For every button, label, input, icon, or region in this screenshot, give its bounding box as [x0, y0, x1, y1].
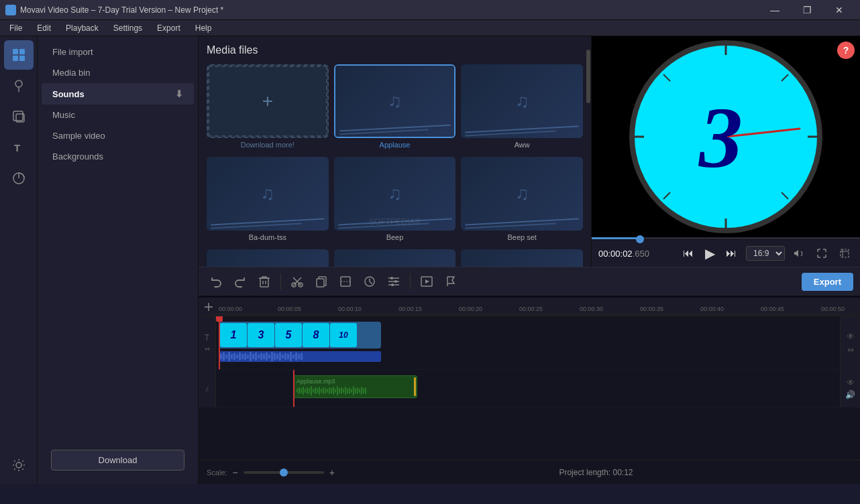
- play-button[interactable]: ▶: [700, 244, 719, 263]
- music-note-icon: ♫: [260, 183, 274, 204]
- video-thumb-1: 1: [220, 323, 247, 347]
- preview-progress-bar[interactable]: [592, 237, 860, 239]
- beep-set-label: Beep set: [461, 233, 583, 244]
- audio-eye-icon[interactable]: 👁: [847, 378, 855, 387]
- toolbar: Export: [199, 267, 860, 296]
- skip-forward-button[interactable]: ⏭: [722, 244, 741, 263]
- audio-clip-end-marker: [414, 377, 416, 396]
- download-more-label: Download more!: [207, 141, 329, 151]
- video-thumb-4: 8: [303, 323, 329, 347]
- cut-button[interactable]: [286, 271, 308, 292]
- undo-button[interactable]: [205, 271, 227, 292]
- menu-file[interactable]: File: [3, 22, 29, 34]
- audio-track-area[interactable]: Applause.mp3: [216, 370, 840, 407]
- fullscreen-button[interactable]: [813, 245, 830, 262]
- maximize-button[interactable]: ❐: [792, 0, 822, 20]
- video-track-playhead: [219, 316, 220, 369]
- svg-point-4: [15, 80, 22, 87]
- copy-paste-button[interactable]: [311, 271, 332, 292]
- video-eye-icon[interactable]: 👁: [847, 332, 855, 341]
- sound6-card[interactable]: ⬇: [207, 249, 329, 267]
- volume-button[interactable]: [790, 245, 808, 262]
- tool-media-import[interactable]: [4, 40, 34, 70]
- audio-clip[interactable]: Applause.mp3: [293, 375, 417, 398]
- export-button[interactable]: Export: [802, 273, 853, 291]
- tool-pin[interactable]: [4, 71, 34, 101]
- menu-playback[interactable]: Playback: [59, 22, 105, 34]
- preview-progress-thumb[interactable]: [636, 235, 644, 243]
- tool-text[interactable]: T: [4, 133, 34, 162]
- beep-set-card[interactable]: ⬇ ♫: [461, 157, 583, 231]
- help-button[interactable]: ?: [837, 42, 855, 59]
- skip-back-button[interactable]: ⏮: [679, 244, 698, 263]
- titlebar-controls: — ❐ ✕: [759, 0, 855, 20]
- sidebar-item-sample-video[interactable]: Sample video: [42, 125, 194, 146]
- svg-rect-1: [19, 49, 25, 54]
- sidebar-item-file-import[interactable]: File import: [42, 42, 194, 62]
- ba-dum-tss-card[interactable]: ⬇ ♫: [207, 157, 329, 231]
- sound7-card[interactable]: ⬇: [334, 249, 456, 267]
- video-thumb-5: 10: [330, 323, 357, 347]
- close-button[interactable]: ✕: [824, 0, 855, 20]
- scrollbar-thumb[interactable]: [586, 50, 590, 103]
- sounds-download-icon: ⬇: [175, 88, 183, 99]
- flag-button[interactable]: [440, 271, 462, 292]
- scale-minus-button[interactable]: −: [233, 467, 238, 478]
- download-more-card[interactable]: +: [207, 64, 329, 138]
- sidebar-item-music[interactable]: Music: [42, 105, 194, 125]
- menubar: File Edit Playback Settings Export Help: [0, 20, 860, 36]
- sidebar-item-backgrounds[interactable]: Backgrounds: [42, 146, 194, 167]
- video-track-expand-icon[interactable]: ⇔: [205, 345, 210, 353]
- sidebar-item-sounds[interactable]: Sounds ⬇: [42, 83, 194, 105]
- media-grid: + Download more! ♫: [207, 64, 583, 267]
- svg-rect-30: [341, 277, 350, 286]
- aww-card[interactable]: ⬇ ♫: [461, 64, 583, 138]
- tool-settings[interactable]: [4, 450, 34, 480]
- timeline-header: 00:00:00 00:00:05 00:00:10 00:00:15 00:0…: [199, 298, 860, 316]
- media-scroll-area[interactable]: Media files + Download more: [199, 36, 591, 267]
- titlebar: Movavi Video Suite – 7-Day Trial Version…: [0, 0, 860, 20]
- add-track-button[interactable]: [200, 298, 217, 316]
- tool-sidebar: T: [0, 36, 38, 484]
- scale-plus-button[interactable]: +: [329, 467, 335, 478]
- crop-button[interactable]: [836, 245, 853, 262]
- project-length: Project length: 00:12: [559, 468, 633, 477]
- crop-trim-button[interactable]: [335, 271, 356, 292]
- center-panel: Media files + Download more: [199, 36, 860, 484]
- svg-text:3: 3: [698, 89, 743, 186]
- delete-button[interactable]: [254, 271, 275, 292]
- applause-card[interactable]: ♫: [334, 64, 456, 138]
- audio-music-icon[interactable]: ♪: [205, 384, 209, 393]
- beep-card[interactable]: ⬇ ♫: [334, 157, 456, 231]
- scale-thumb[interactable]: [280, 468, 288, 477]
- sidebar-item-media-bin[interactable]: Media bin: [42, 62, 194, 83]
- media-panel-title: Media files: [207, 44, 583, 56]
- embed-button[interactable]: [416, 271, 437, 292]
- sound8-card[interactable]: ⬇: [461, 249, 583, 267]
- menu-settings[interactable]: Settings: [107, 22, 149, 34]
- tool-overlay[interactable]: [4, 102, 34, 131]
- redo-button[interactable]: [229, 271, 251, 292]
- svg-rect-3: [19, 56, 25, 61]
- clock-rotate-button[interactable]: [359, 271, 380, 292]
- preview-controls: 00:00:02.650 ⏮ ▶ ⏭ 16:9 4:3 1:1: [592, 239, 860, 267]
- menu-help[interactable]: Help: [189, 22, 219, 34]
- video-track-text-icon[interactable]: T: [205, 333, 209, 342]
- video-track-right-controls: 👁 ⇔: [840, 316, 860, 369]
- video-track-area[interactable]: 1 3 5 8 10: [216, 316, 840, 369]
- menu-edit[interactable]: Edit: [30, 22, 58, 34]
- eq-button[interactable]: [383, 271, 405, 292]
- audio-vol-icon[interactable]: 🔊: [845, 390, 855, 399]
- beep-set-card-wrapper: ⬇ ♫ Beep set: [461, 157, 583, 244]
- aspect-ratio-select[interactable]: 16:9 4:3 1:1: [746, 246, 785, 261]
- download-button[interactable]: Download: [51, 450, 184, 470]
- tool-filter[interactable]: [4, 164, 34, 193]
- minimize-button[interactable]: —: [759, 0, 790, 20]
- ba-dum-tss-card-wrapper: ⬇ ♫ Ba-dum-tss: [207, 157, 329, 244]
- clock-svg: 3: [625, 36, 826, 237]
- video-link-icon[interactable]: ⇔: [847, 345, 854, 355]
- scale-slider[interactable]: [244, 471, 324, 474]
- menu-export[interactable]: Export: [150, 22, 187, 34]
- playhead-handle[interactable]: [216, 316, 223, 322]
- video-clip[interactable]: 1 3 5 8 10: [219, 322, 381, 349]
